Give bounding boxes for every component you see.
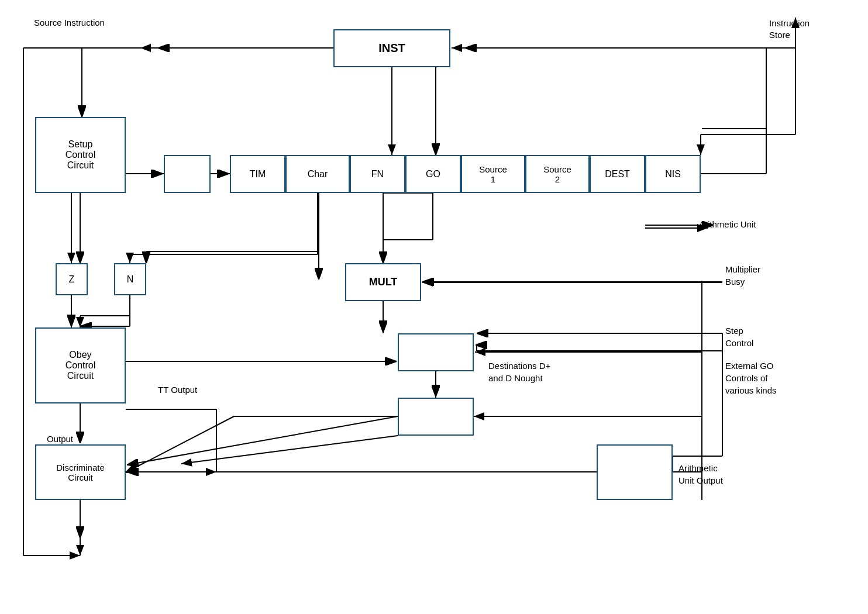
connections-svg <box>0 0 868 614</box>
diagram: INST Setup Control Circuit TIM Char FN G… <box>0 0 868 614</box>
svg-line-88 <box>181 436 398 464</box>
